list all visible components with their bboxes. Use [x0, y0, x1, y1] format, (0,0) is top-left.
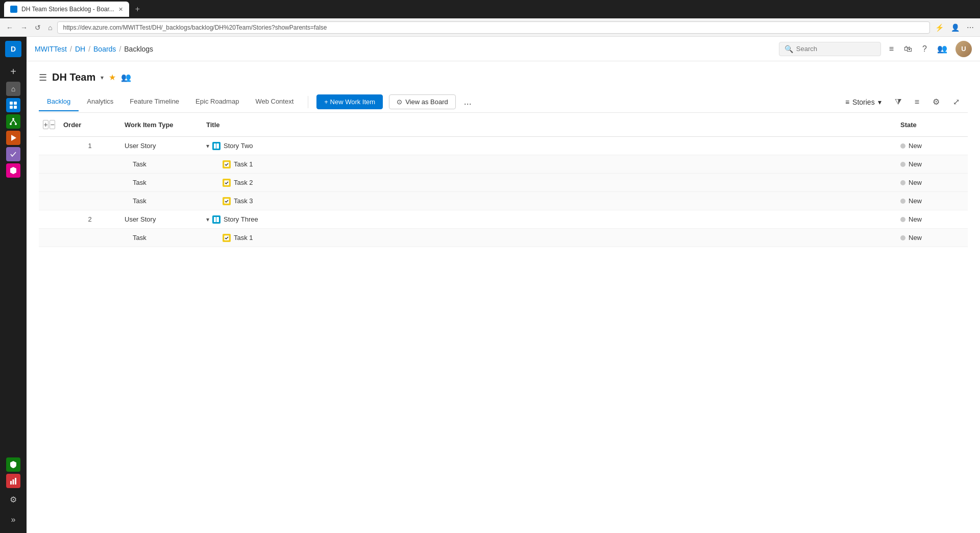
sidebar-item-settings[interactable]: ⚙ — [5, 491, 21, 507]
item-title[interactable]: Task 1 — [234, 234, 253, 241]
tab-close-icon[interactable]: ✕ — [118, 6, 123, 13]
collapse-all-button[interactable]: − — [50, 120, 55, 129]
sidebar-item-pipelines[interactable] — [6, 131, 20, 145]
filter-button[interactable]: ⧩ — [891, 95, 905, 109]
user-avatar[interactable]: U — [955, 41, 972, 57]
item-title[interactable]: Task 3 — [234, 197, 253, 205]
tab-web-context[interactable]: Web Context — [247, 92, 302, 111]
svg-rect-13 — [214, 143, 216, 149]
breadcrumb-boards[interactable]: Boards — [93, 45, 116, 53]
team-dropdown-icon[interactable]: ▾ — [101, 74, 104, 81]
chevron-down-icon[interactable]: ▾ — [206, 142, 209, 150]
list-icon: ≡ — [845, 98, 849, 106]
browser-tab[interactable]: DH Team Stories Backlog - Boar... ✕ — [4, 2, 129, 17]
shopping-icon[interactable]: 🛍 — [902, 42, 914, 56]
stories-label: Stories — [852, 98, 875, 106]
expand-all-button[interactable]: + — [43, 120, 48, 129]
extensions-icon[interactable]: ⚡ — [933, 21, 946, 34]
nav-icons: ⚡ 👤 ⋯ — [933, 21, 976, 34]
nav-forward-button[interactable]: → — [18, 21, 30, 34]
sidebar-item-repos[interactable] — [6, 114, 20, 129]
table-row: Task Task 3 New — [39, 192, 968, 210]
svg-rect-14 — [216, 143, 219, 149]
top-bar: MWITTest / DH / Boards / Backlogs 🔍 ≡ 🛍 … — [27, 37, 980, 61]
item-title[interactable]: Task 2 — [234, 179, 253, 186]
search-input[interactable] — [796, 45, 875, 53]
search-box[interactable]: 🔍 — [779, 42, 881, 56]
avatar[interactable]: D — [5, 41, 21, 57]
col-expand-header: + − — [39, 117, 59, 132]
team-members-icon[interactable]: 👥 — [121, 72, 131, 82]
column-options-button[interactable]: ⚙ — [928, 95, 944, 109]
add-project-button[interactable]: + — [5, 63, 21, 80]
new-tab-button[interactable]: + — [135, 5, 140, 14]
address-bar[interactable] — [57, 21, 930, 34]
tab-title: DH Team Stories Backlog - Boar... — [21, 6, 114, 13]
breadcrumb-org[interactable]: MWITTest — [35, 45, 67, 53]
sidebar-item-security[interactable] — [6, 457, 20, 472]
left-sidebar: D + ⌂ ⚙ » — [0, 37, 27, 533]
fullscreen-button[interactable]: ⤢ — [949, 95, 964, 109]
breadcrumb: MWITTest / DH / Boards / Backlogs — [35, 45, 775, 53]
group-by-button[interactable]: ≡ — [911, 95, 923, 109]
cell-title[interactable]: Task 2 — [202, 176, 896, 190]
browser-nav-bar: ← → ↺ ⌂ ⚡ 👤 ⋯ — [0, 18, 980, 37]
more-options-icon[interactable]: ... — [462, 94, 474, 109]
svg-rect-10 — [10, 481, 12, 484]
col-title-header: Title — [202, 118, 896, 132]
cell-title[interactable]: Task 3 — [202, 194, 896, 208]
cell-state: New — [896, 176, 968, 189]
item-title[interactable]: Story Two — [224, 142, 253, 150]
state-label: New — [909, 160, 922, 168]
nav-back-button[interactable]: ← — [4, 21, 15, 34]
new-work-item-button[interactable]: + New Work Item — [316, 94, 383, 109]
sidebar-expand-button[interactable]: » — [5, 512, 21, 528]
nav-home-button[interactable]: ⌂ — [46, 21, 54, 34]
cell-type: Task — [120, 176, 202, 189]
settings-browser-icon[interactable]: ⋯ — [965, 21, 976, 34]
cell-title[interactable]: ▾ Story Three — [202, 212, 896, 227]
user-settings-icon[interactable]: 👥 — [935, 42, 949, 56]
table-row: 1 User Story ▾ Story Two New — [39, 137, 968, 155]
tab-bar: Backlog Analytics Feature Timeline Epic … — [39, 91, 968, 113]
page-header: ☰ DH Team ▾ ★ 👥 — [39, 71, 968, 83]
sidebar-item-report[interactable] — [6, 474, 20, 488]
sidebar-item-artifacts[interactable] — [6, 163, 20, 178]
user-story-icon — [212, 215, 220, 224]
profile-icon[interactable]: 👤 — [949, 21, 962, 34]
tab-epic-roadmap[interactable]: Epic Roadmap — [187, 92, 247, 111]
state-label: New — [909, 234, 922, 241]
chevron-down-icon[interactable]: ▾ — [206, 216, 209, 223]
cell-order — [59, 180, 120, 186]
backlog-table: + − Order Work Item Type Title State 1 — [39, 113, 968, 533]
view-as-board-button[interactable]: ⊙ View as Board — [389, 94, 456, 109]
sidebar-item-boards[interactable] — [6, 98, 20, 112]
tab-analytics[interactable]: Analytics — [79, 92, 121, 111]
breadcrumb-sep1: / — [70, 45, 72, 53]
expand-buttons: + − — [43, 120, 55, 129]
tab-backlog[interactable]: Backlog — [39, 92, 79, 111]
svg-rect-1 — [14, 102, 17, 105]
cell-state: New — [896, 139, 968, 153]
breadcrumb-sep3: / — [119, 45, 121, 53]
main-area: MWITTest / DH / Boards / Backlogs 🔍 ≡ 🛍 … — [27, 37, 980, 533]
svg-rect-0 — [10, 102, 13, 105]
item-title[interactable]: Story Three — [224, 215, 258, 223]
cell-title[interactable]: Task 1 — [202, 231, 896, 245]
favorite-icon[interactable]: ★ — [109, 72, 116, 82]
cell-title[interactable]: Task 1 — [202, 157, 896, 172]
menu-toggle-icon[interactable]: ☰ — [39, 72, 47, 83]
help-icon[interactable]: ? — [920, 42, 929, 56]
sidebar-item-home[interactable]: ⌂ — [6, 82, 20, 96]
svg-point-4 — [12, 118, 14, 120]
toolbar-right: ≡ Stories ▾ ⧩ ≡ ⚙ ⤢ — [837, 95, 968, 109]
sidebar-item-testplans[interactable] — [6, 147, 20, 161]
cell-title[interactable]: ▾ Story Two — [202, 139, 896, 153]
cell-type: Task — [120, 157, 202, 171]
item-title[interactable]: Task 1 — [234, 160, 253, 168]
nav-refresh-button[interactable]: ↺ — [33, 21, 43, 34]
tab-feature-timeline[interactable]: Feature Timeline — [121, 92, 187, 111]
notifications-icon[interactable]: ≡ — [887, 42, 896, 56]
stories-dropdown[interactable]: ≡ Stories ▾ — [841, 96, 886, 108]
breadcrumb-project[interactable]: DH — [75, 45, 85, 53]
